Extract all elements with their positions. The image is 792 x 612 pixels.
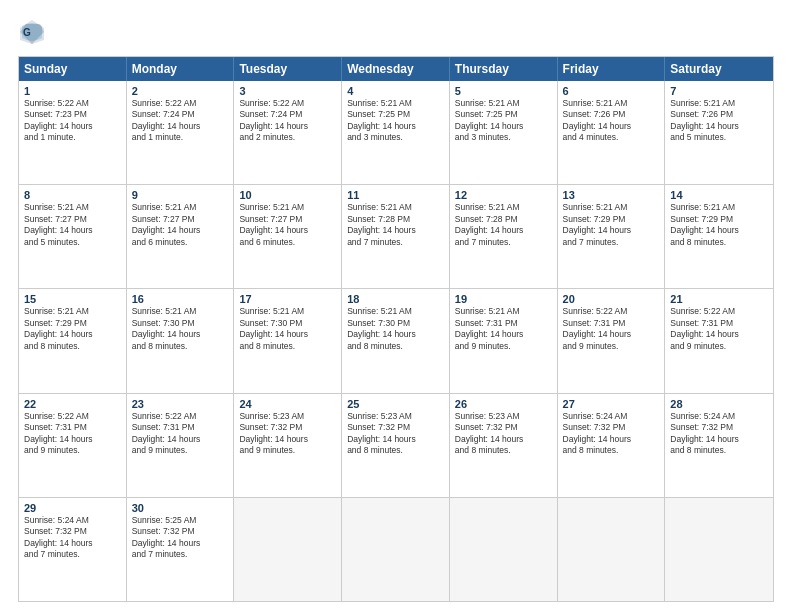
day-info: Sunrise: 5:24 AMSunset: 7:32 PMDaylight:… [563,411,660,457]
weekday-header-tuesday: Tuesday [234,57,342,81]
day-info: Sunrise: 5:21 AMSunset: 7:27 PMDaylight:… [24,202,121,248]
day-number: 15 [24,293,121,305]
day-info: Sunrise: 5:21 AMSunset: 7:26 PMDaylight:… [563,98,660,144]
calendar-cell-day-28: 28Sunrise: 5:24 AMSunset: 7:32 PMDayligh… [665,394,773,497]
calendar-cell-day-29: 29Sunrise: 5:24 AMSunset: 7:32 PMDayligh… [19,498,127,601]
day-info: Sunrise: 5:24 AMSunset: 7:32 PMDaylight:… [670,411,768,457]
day-number: 30 [132,502,229,514]
day-number: 9 [132,189,229,201]
day-number: 1 [24,85,121,97]
svg-text:G: G [23,27,31,38]
day-number: 28 [670,398,768,410]
day-info: Sunrise: 5:21 AMSunset: 7:30 PMDaylight:… [239,306,336,352]
calendar-cell-day-21: 21Sunrise: 5:22 AMSunset: 7:31 PMDayligh… [665,289,773,392]
calendar-cell-day-27: 27Sunrise: 5:24 AMSunset: 7:32 PMDayligh… [558,394,666,497]
calendar-cell-empty [665,498,773,601]
day-number: 25 [347,398,444,410]
calendar-cell-day-30: 30Sunrise: 5:25 AMSunset: 7:32 PMDayligh… [127,498,235,601]
calendar-cell-day-6: 6Sunrise: 5:21 AMSunset: 7:26 PMDaylight… [558,81,666,184]
day-info: Sunrise: 5:23 AMSunset: 7:32 PMDaylight:… [239,411,336,457]
calendar-header: SundayMondayTuesdayWednesdayThursdayFrid… [19,57,773,81]
day-number: 11 [347,189,444,201]
day-number: 16 [132,293,229,305]
weekday-header-saturday: Saturday [665,57,773,81]
calendar-cell-day-9: 9Sunrise: 5:21 AMSunset: 7:27 PMDaylight… [127,185,235,288]
calendar-cell-day-16: 16Sunrise: 5:21 AMSunset: 7:30 PMDayligh… [127,289,235,392]
day-info: Sunrise: 5:21 AMSunset: 7:31 PMDaylight:… [455,306,552,352]
calendar-cell-empty [234,498,342,601]
day-number: 5 [455,85,552,97]
weekday-header-friday: Friday [558,57,666,81]
day-info: Sunrise: 5:24 AMSunset: 7:32 PMDaylight:… [24,515,121,561]
day-number: 29 [24,502,121,514]
calendar-cell-day-1: 1Sunrise: 5:22 AMSunset: 7:23 PMDaylight… [19,81,127,184]
calendar-cell-day-15: 15Sunrise: 5:21 AMSunset: 7:29 PMDayligh… [19,289,127,392]
weekday-header-sunday: Sunday [19,57,127,81]
header: G [18,18,774,46]
calendar-row-4: 22Sunrise: 5:22 AMSunset: 7:31 PMDayligh… [19,393,773,497]
day-number: 6 [563,85,660,97]
day-number: 22 [24,398,121,410]
calendar-cell-day-5: 5Sunrise: 5:21 AMSunset: 7:25 PMDaylight… [450,81,558,184]
day-info: Sunrise: 5:22 AMSunset: 7:23 PMDaylight:… [24,98,121,144]
calendar-row-3: 15Sunrise: 5:21 AMSunset: 7:29 PMDayligh… [19,288,773,392]
day-info: Sunrise: 5:21 AMSunset: 7:25 PMDaylight:… [455,98,552,144]
calendar-cell-day-23: 23Sunrise: 5:22 AMSunset: 7:31 PMDayligh… [127,394,235,497]
calendar-cell-day-22: 22Sunrise: 5:22 AMSunset: 7:31 PMDayligh… [19,394,127,497]
day-number: 26 [455,398,552,410]
calendar-row-1: 1Sunrise: 5:22 AMSunset: 7:23 PMDaylight… [19,81,773,184]
calendar-cell-day-4: 4Sunrise: 5:21 AMSunset: 7:25 PMDaylight… [342,81,450,184]
day-info: Sunrise: 5:21 AMSunset: 7:30 PMDaylight:… [132,306,229,352]
calendar-cell-day-11: 11Sunrise: 5:21 AMSunset: 7:28 PMDayligh… [342,185,450,288]
calendar-row-5: 29Sunrise: 5:24 AMSunset: 7:32 PMDayligh… [19,497,773,601]
calendar-cell-day-2: 2Sunrise: 5:22 AMSunset: 7:24 PMDaylight… [127,81,235,184]
day-info: Sunrise: 5:21 AMSunset: 7:28 PMDaylight:… [455,202,552,248]
calendar-cell-day-19: 19Sunrise: 5:21 AMSunset: 7:31 PMDayligh… [450,289,558,392]
calendar-cell-day-20: 20Sunrise: 5:22 AMSunset: 7:31 PMDayligh… [558,289,666,392]
calendar: SundayMondayTuesdayWednesdayThursdayFrid… [18,56,774,602]
calendar-cell-empty [450,498,558,601]
day-info: Sunrise: 5:22 AMSunset: 7:31 PMDaylight:… [132,411,229,457]
calendar-cell-day-3: 3Sunrise: 5:22 AMSunset: 7:24 PMDaylight… [234,81,342,184]
day-number: 3 [239,85,336,97]
day-info: Sunrise: 5:21 AMSunset: 7:27 PMDaylight:… [132,202,229,248]
calendar-cell-day-7: 7Sunrise: 5:21 AMSunset: 7:26 PMDaylight… [665,81,773,184]
day-number: 18 [347,293,444,305]
weekday-header-wednesday: Wednesday [342,57,450,81]
calendar-cell-day-14: 14Sunrise: 5:21 AMSunset: 7:29 PMDayligh… [665,185,773,288]
day-number: 17 [239,293,336,305]
day-number: 4 [347,85,444,97]
day-info: Sunrise: 5:23 AMSunset: 7:32 PMDaylight:… [455,411,552,457]
day-number: 27 [563,398,660,410]
day-number: 19 [455,293,552,305]
calendar-cell-day-24: 24Sunrise: 5:23 AMSunset: 7:32 PMDayligh… [234,394,342,497]
day-info: Sunrise: 5:21 AMSunset: 7:29 PMDaylight:… [563,202,660,248]
logo-icon: G [18,18,46,46]
calendar-cell-day-13: 13Sunrise: 5:21 AMSunset: 7:29 PMDayligh… [558,185,666,288]
day-number: 24 [239,398,336,410]
day-info: Sunrise: 5:22 AMSunset: 7:31 PMDaylight:… [563,306,660,352]
day-number: 13 [563,189,660,201]
day-info: Sunrise: 5:21 AMSunset: 7:26 PMDaylight:… [670,98,768,144]
logo: G [18,18,50,46]
calendar-cell-day-17: 17Sunrise: 5:21 AMSunset: 7:30 PMDayligh… [234,289,342,392]
calendar-cell-day-12: 12Sunrise: 5:21 AMSunset: 7:28 PMDayligh… [450,185,558,288]
day-info: Sunrise: 5:22 AMSunset: 7:24 PMDaylight:… [239,98,336,144]
day-info: Sunrise: 5:21 AMSunset: 7:27 PMDaylight:… [239,202,336,248]
day-number: 10 [239,189,336,201]
day-info: Sunrise: 5:22 AMSunset: 7:31 PMDaylight:… [24,411,121,457]
calendar-cell-day-25: 25Sunrise: 5:23 AMSunset: 7:32 PMDayligh… [342,394,450,497]
day-number: 21 [670,293,768,305]
day-info: Sunrise: 5:23 AMSunset: 7:32 PMDaylight:… [347,411,444,457]
day-info: Sunrise: 5:22 AMSunset: 7:31 PMDaylight:… [670,306,768,352]
day-number: 23 [132,398,229,410]
day-number: 8 [24,189,121,201]
day-info: Sunrise: 5:22 AMSunset: 7:24 PMDaylight:… [132,98,229,144]
day-number: 2 [132,85,229,97]
calendar-cell-day-18: 18Sunrise: 5:21 AMSunset: 7:30 PMDayligh… [342,289,450,392]
calendar-cell-empty [558,498,666,601]
day-number: 7 [670,85,768,97]
page: G SundayMondayTuesdayWednesdayThursdayFr… [0,0,792,612]
day-info: Sunrise: 5:21 AMSunset: 7:25 PMDaylight:… [347,98,444,144]
calendar-cell-day-26: 26Sunrise: 5:23 AMSunset: 7:32 PMDayligh… [450,394,558,497]
